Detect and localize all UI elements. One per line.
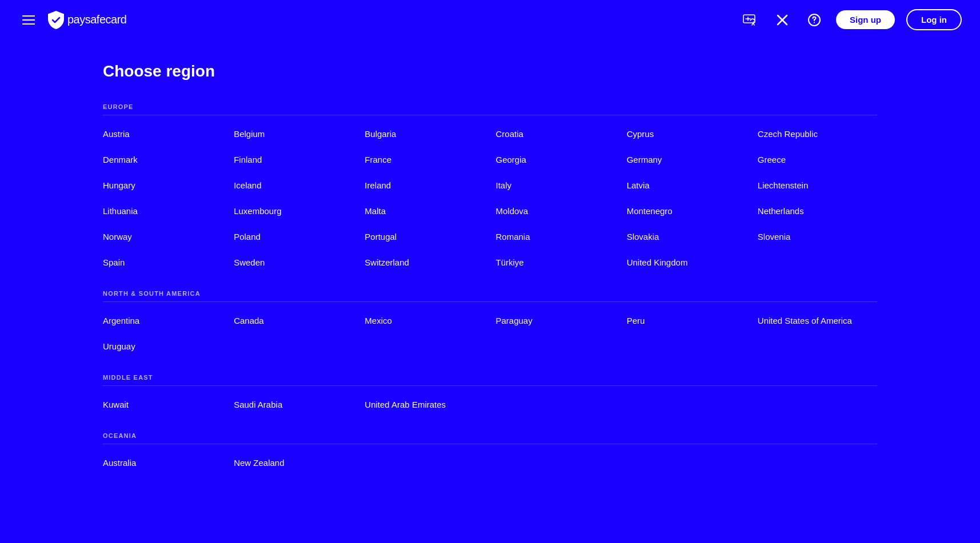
country-link-liechtenstein[interactable]: Liechtenstein — [758, 180, 877, 190]
country-link-italy[interactable]: Italy — [496, 180, 615, 190]
header: paysafecard Sign — [0, 0, 980, 39]
country-link-united-kingdom[interactable]: United Kingdom — [627, 258, 746, 267]
countries-grid-north-south-america: ArgentinaCanadaMexicoParaguayPeruUnited … — [103, 316, 877, 351]
country-link-uruguay[interactable]: Uruguay — [103, 341, 222, 351]
login-button[interactable]: Log in — [906, 9, 962, 30]
country-link-paraguay[interactable]: Paraguay — [496, 316, 615, 325]
svg-point-4 — [814, 22, 815, 23]
country-link-poland[interactable]: Poland — [234, 232, 353, 242]
country-link-montenegro[interactable]: Montenegro — [627, 206, 746, 216]
language-button[interactable] — [740, 10, 761, 30]
region-section-oceania: OCEANIAAustraliaNew Zealand — [103, 432, 877, 468]
header-right: Sign up Log in — [740, 9, 962, 30]
regions-container: EUROPEAustriaBelgiumBulgariaCroatiaCypru… — [103, 103, 877, 468]
country-link-türkiye[interactable]: Türkiye — [496, 258, 615, 267]
country-link-norway[interactable]: Norway — [103, 232, 222, 242]
main-content: Choose region EUROPEAustriaBelgiumBulgar… — [0, 39, 980, 513]
country-link-croatia[interactable]: Croatia — [496, 129, 615, 139]
country-link-australia[interactable]: Australia — [103, 458, 222, 468]
country-link-cyprus[interactable]: Cyprus — [627, 129, 746, 139]
logo: paysafecard — [48, 11, 126, 29]
country-link-iceland[interactable]: Iceland — [234, 180, 353, 190]
hamburger-icon — [22, 15, 35, 25]
country-link-bulgaria[interactable]: Bulgaria — [365, 129, 484, 139]
region-section-europe: EUROPEAustriaBelgiumBulgariaCroatiaCypru… — [103, 103, 877, 267]
country-link-spain[interactable]: Spain — [103, 258, 222, 267]
country-link-hungary[interactable]: Hungary — [103, 180, 222, 190]
country-link-slovakia[interactable]: Slovakia — [627, 232, 746, 242]
country-link-moldova[interactable]: Moldova — [496, 206, 615, 216]
country-link-germany[interactable]: Germany — [627, 155, 746, 164]
country-link-luxembourg[interactable]: Luxembourg — [234, 206, 353, 216]
region-title-europe: EUROPE — [103, 103, 877, 115]
country-link-finland[interactable]: Finland — [234, 155, 353, 164]
country-link-mexico[interactable]: Mexico — [365, 316, 484, 325]
country-link-denmark[interactable]: Denmark — [103, 155, 222, 164]
country-link-malta[interactable]: Malta — [365, 206, 484, 216]
country-link-austria[interactable]: Austria — [103, 129, 222, 139]
hamburger-menu-button[interactable] — [18, 10, 39, 30]
help-icon — [807, 13, 821, 27]
close-button[interactable] — [772, 10, 793, 30]
country-link-france[interactable]: France — [365, 155, 484, 164]
country-link-greece[interactable]: Greece — [758, 155, 877, 164]
country-link-slovenia[interactable]: Slovenia — [758, 232, 877, 242]
countries-grid-middle-east: KuwaitSaudi ArabiaUnited Arab Emirates — [103, 400, 877, 409]
country-link-peru[interactable]: Peru — [627, 316, 746, 325]
language-icon — [743, 13, 758, 27]
country-link-sweden[interactable]: Sweden — [234, 258, 353, 267]
countries-grid-oceania: AustraliaNew Zealand — [103, 458, 877, 468]
countries-grid-europe: AustriaBelgiumBulgariaCroatiaCyprusCzech… — [103, 129, 877, 267]
country-link-argentina[interactable]: Argentina — [103, 316, 222, 325]
country-link-georgia[interactable]: Georgia — [496, 155, 615, 164]
signup-button[interactable]: Sign up — [836, 10, 895, 29]
country-link-switzerland[interactable]: Switzerland — [365, 258, 484, 267]
country-link-saudi-arabia[interactable]: Saudi Arabia — [234, 400, 353, 409]
page-title: Choose region — [103, 62, 877, 81]
country-link-romania[interactable]: Romania — [496, 232, 615, 242]
region-title-middle-east: MIDDLE EAST — [103, 374, 877, 386]
country-link-united-states-of-america[interactable]: United States of America — [758, 316, 877, 325]
country-link-ireland[interactable]: Ireland — [365, 180, 484, 190]
country-link-kuwait[interactable]: Kuwait — [103, 400, 222, 409]
header-left: paysafecard — [18, 10, 126, 30]
region-title-oceania: OCEANIA — [103, 432, 877, 444]
country-link-portugal[interactable]: Portugal — [365, 232, 484, 242]
country-link-netherlands[interactable]: Netherlands — [758, 206, 877, 216]
country-link-belgium[interactable]: Belgium — [234, 129, 353, 139]
country-link-lithuania[interactable]: Lithuania — [103, 206, 222, 216]
close-icon — [777, 14, 788, 26]
country-link-czech-republic[interactable]: Czech Republic — [758, 129, 877, 139]
help-button[interactable] — [804, 10, 825, 30]
region-section-middle-east: MIDDLE EASTKuwaitSaudi ArabiaUnited Arab… — [103, 374, 877, 409]
country-link-united-arab-emirates[interactable]: United Arab Emirates — [365, 400, 484, 409]
logo-text: paysafecard — [67, 13, 126, 26]
region-title-north-south-america: NORTH & SOUTH AMERICA — [103, 290, 877, 302]
region-section-north-south-america: NORTH & SOUTH AMERICAArgentinaCanadaMexi… — [103, 290, 877, 351]
country-link-canada[interactable]: Canada — [234, 316, 353, 325]
country-link-new-zealand[interactable]: New Zealand — [234, 458, 353, 468]
country-link-latvia[interactable]: Latvia — [627, 180, 746, 190]
logo-shield-icon — [48, 11, 64, 29]
